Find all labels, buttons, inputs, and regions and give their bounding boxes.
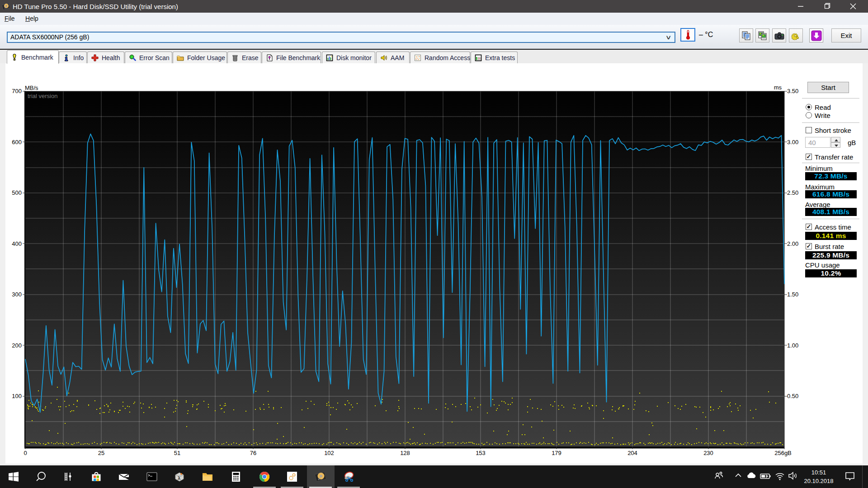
svg-text:2.50: 2.50	[787, 189, 798, 196]
svg-text:700: 700	[12, 88, 22, 94]
svg-text:100: 100	[12, 393, 22, 399]
svg-text:400: 400	[12, 240, 22, 247]
svg-text:76: 76	[250, 450, 256, 456]
svg-text:102: 102	[324, 450, 334, 456]
svg-text:0.50: 0.50	[787, 393, 798, 399]
svg-text:204: 204	[627, 450, 637, 456]
svg-text:230: 230	[703, 450, 713, 456]
svg-text:51: 51	[174, 450, 180, 456]
svg-text:ms: ms	[774, 84, 782, 91]
svg-text:MB/s: MB/s	[25, 84, 38, 91]
svg-text:3.00: 3.00	[787, 139, 798, 145]
svg-text:500: 500	[12, 189, 22, 196]
svg-text:200: 200	[12, 342, 22, 349]
svg-text:179: 179	[552, 450, 561, 456]
svg-text:128: 128	[400, 450, 410, 456]
svg-text:300: 300	[12, 291, 22, 298]
svg-text:256gB: 256gB	[774, 450, 792, 456]
svg-text:600: 600	[12, 139, 22, 145]
svg-text:λ: λ	[178, 475, 180, 481]
svg-text:0: 0	[24, 450, 27, 456]
svg-text:1.00: 1.00	[787, 342, 798, 349]
svg-text:1.50: 1.50	[787, 291, 798, 298]
svg-text:153: 153	[476, 450, 486, 456]
svg-text:2.00: 2.00	[787, 240, 798, 247]
svg-text:trial version: trial version	[28, 93, 57, 99]
svg-text:3.50: 3.50	[787, 88, 798, 94]
svg-text:25: 25	[98, 450, 104, 456]
